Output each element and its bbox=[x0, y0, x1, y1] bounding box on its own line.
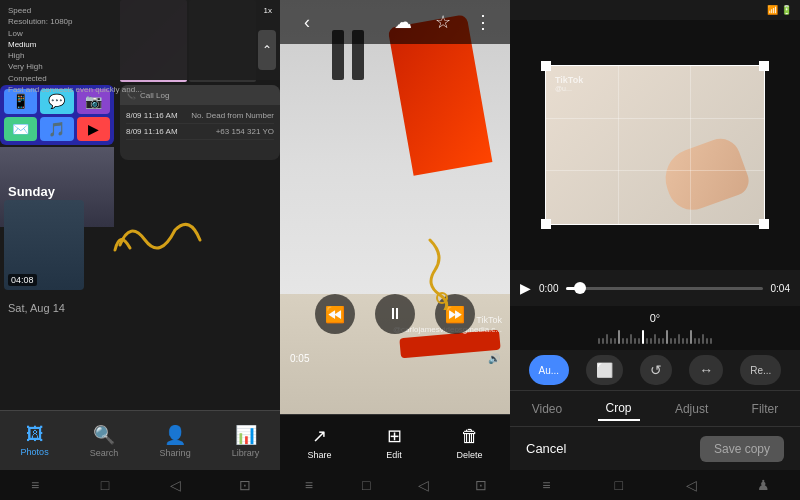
corner-tl[interactable] bbox=[541, 61, 551, 71]
save-copy-button[interactable]: Save copy bbox=[700, 436, 784, 462]
app-icon-6[interactable]: ▶ bbox=[77, 117, 110, 142]
call-row-1: 8/09 11:16 AM No. Dead from Number bbox=[126, 108, 274, 124]
tab-filter-label: Filter bbox=[752, 402, 779, 416]
corner-bl[interactable] bbox=[541, 219, 551, 229]
quality-low[interactable]: Low bbox=[8, 28, 272, 39]
quality-very-high[interactable]: Very High bbox=[8, 61, 272, 72]
flip-button[interactable]: ↔ bbox=[689, 355, 723, 385]
aspect-icon: ⬜ bbox=[596, 362, 613, 378]
p3-time-start: 0:00 bbox=[539, 283, 558, 294]
edit-icon: ⊞ bbox=[387, 425, 402, 447]
rewind-button[interactable]: ⏪ bbox=[315, 294, 355, 334]
tick-4 bbox=[610, 338, 612, 344]
cancel-button[interactable]: Cancel bbox=[526, 441, 566, 456]
rotation-area: 0° bbox=[510, 306, 800, 350]
sys-menu-btn[interactable]: ≡ bbox=[25, 475, 45, 495]
sys-back-btn[interactable]: ◁ bbox=[165, 475, 185, 495]
sat-section: Sat, Aug 14 bbox=[4, 300, 69, 316]
connected-label: Connected bbox=[8, 74, 47, 83]
p2-squiggle bbox=[390, 230, 470, 314]
portrait-container: 04:08 bbox=[4, 200, 84, 290]
p3-sys-person[interactable]: ♟ bbox=[754, 475, 774, 495]
rotation-ticks[interactable] bbox=[598, 328, 712, 344]
tiktok-crop-text: TikTok bbox=[555, 75, 583, 85]
rotate-icon: ↺ bbox=[650, 362, 662, 378]
tick-28 bbox=[706, 338, 708, 344]
p2-sys-menu[interactable]: ≡ bbox=[299, 475, 319, 495]
crop-preview: TikTok @u... bbox=[510, 20, 800, 270]
settings-overlay: Speed 1x Resolution: 1080p Low Medium Hi… bbox=[0, 0, 280, 80]
p3-slider-thumb[interactable] bbox=[574, 282, 586, 294]
sys-recents-btn[interactable]: ⊡ bbox=[235, 475, 255, 495]
back-button[interactable]: ‹ bbox=[292, 7, 322, 37]
share-action[interactable]: ↗ Share bbox=[307, 425, 331, 460]
nav-search[interactable]: 🔍 Search bbox=[82, 420, 127, 462]
nav-library[interactable]: 📊 Library bbox=[224, 420, 268, 462]
timestamp-end: 🔊 bbox=[488, 353, 500, 364]
tab-adjust-label: Adjust bbox=[675, 402, 708, 416]
crop-frame: TikTok @u... bbox=[545, 65, 765, 225]
bottom-nav: 🖼 Photos 🔍 Search 👤 Sharing 📊 Library bbox=[0, 410, 280, 470]
tick-24 bbox=[690, 330, 692, 344]
tick-15 bbox=[654, 334, 656, 344]
tab-video[interactable]: Video bbox=[524, 398, 570, 420]
timestamp-bar: 0:05 🔊 bbox=[280, 353, 510, 364]
call-time-1: 8/09 11:16 AM bbox=[126, 111, 178, 120]
p3-sys-back[interactable]: ◁ bbox=[681, 475, 701, 495]
p3-sys-home[interactable]: □ bbox=[609, 475, 629, 495]
rotation-degree: 0° bbox=[650, 312, 661, 324]
app-icon-5[interactable]: 🎵 bbox=[40, 117, 73, 142]
timestamp-start: 0:05 bbox=[290, 353, 309, 364]
sat-label: Sat, Aug 14 bbox=[4, 300, 69, 316]
library-label: Library bbox=[232, 448, 260, 458]
tab-crop[interactable]: Crop bbox=[598, 397, 640, 421]
scroll-arrow[interactable]: ⌃ bbox=[258, 30, 276, 70]
reset-button[interactable]: Re... bbox=[740, 355, 781, 385]
tick-2 bbox=[602, 338, 604, 344]
tab-filter[interactable]: Filter bbox=[744, 398, 787, 420]
upload-icon[interactable]: ☁ bbox=[388, 7, 418, 37]
tick-26 bbox=[698, 338, 700, 344]
p2-sys-recents[interactable]: ⊡ bbox=[471, 475, 491, 495]
p3-seek-slider[interactable] bbox=[566, 287, 762, 290]
sys-home-btn[interactable]: □ bbox=[95, 475, 115, 495]
nav-sharing[interactable]: 👤 Sharing bbox=[152, 420, 199, 462]
speed-val: 1x bbox=[264, 6, 272, 15]
tick-14 bbox=[650, 338, 652, 344]
share-label: Share bbox=[307, 450, 331, 460]
edit-tabs: Video Crop Adjust Filter bbox=[510, 390, 800, 426]
quality-medium[interactable]: Medium bbox=[8, 39, 272, 50]
p3-play-button[interactable]: ▶ bbox=[520, 280, 531, 296]
tick-18 bbox=[666, 330, 668, 344]
aspect-button[interactable]: ⬜ bbox=[586, 355, 623, 385]
bottom-nav-wrapper: 🖼 Photos 🔍 Search 👤 Sharing 📊 Library bbox=[0, 410, 280, 470]
p2-sys-back[interactable]: ◁ bbox=[414, 475, 434, 495]
more-icon[interactable]: ⋮ bbox=[468, 7, 498, 37]
quality-high[interactable]: High bbox=[8, 50, 272, 61]
p2-sys-home[interactable]: □ bbox=[356, 475, 376, 495]
call-num-2: +63 154 321 YO bbox=[216, 127, 274, 136]
delete-action[interactable]: 🗑 Delete bbox=[457, 426, 483, 460]
tab-adjust[interactable]: Adjust bbox=[667, 398, 716, 420]
battery-status: 📶 🔋 bbox=[767, 5, 792, 15]
app-grid: 📱 💬 📷 ✉️ 🎵 ▶ bbox=[0, 85, 114, 145]
search-icon: 🔍 bbox=[93, 424, 115, 446]
tick-20 bbox=[674, 338, 676, 344]
tick-3 bbox=[606, 334, 608, 344]
favorite-icon[interactable]: ☆ bbox=[428, 7, 458, 37]
app-icon-4[interactable]: ✉️ bbox=[4, 117, 37, 142]
tick-25 bbox=[694, 338, 696, 344]
p2-header: ‹ ☁ ☆ ⋮ bbox=[280, 0, 510, 44]
corner-br[interactable] bbox=[759, 219, 769, 229]
p3-sys-menu[interactable]: ≡ bbox=[536, 475, 556, 495]
video-content: TikTok @carlojamesvideosgmedia.c... ⏪ ⏸ … bbox=[280, 0, 510, 414]
tick-27 bbox=[702, 334, 704, 344]
nav-photos[interactable]: 🖼 Photos bbox=[13, 420, 57, 461]
corner-tr[interactable] bbox=[759, 61, 769, 71]
status-bar: 📶 🔋 bbox=[510, 0, 800, 20]
tick-9 bbox=[630, 334, 632, 344]
auto-button[interactable]: Au... bbox=[529, 355, 570, 385]
rotate-button[interactable]: ↺ bbox=[640, 355, 672, 385]
delete-icon: 🗑 bbox=[461, 426, 479, 447]
edit-action[interactable]: ⊞ Edit bbox=[386, 425, 402, 460]
